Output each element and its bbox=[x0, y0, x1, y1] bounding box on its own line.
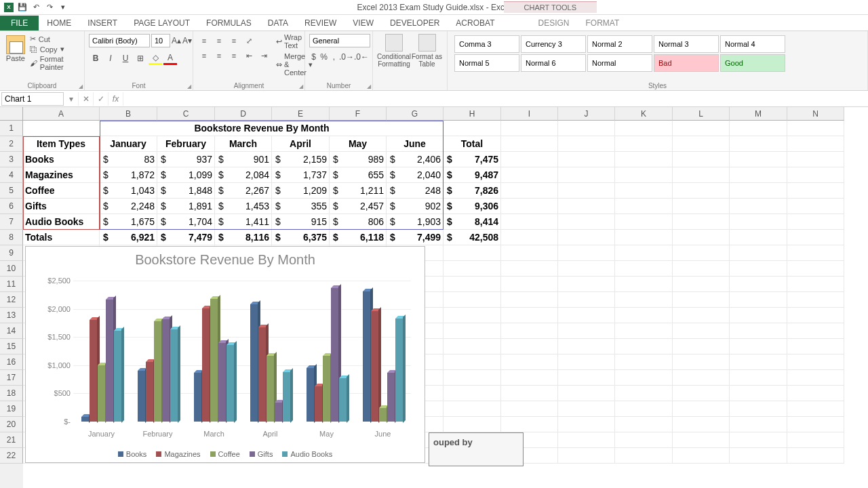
chart-plot-area[interactable] bbox=[73, 281, 411, 422]
cell[interactable]: Bookstore Revenue By Month bbox=[23, 121, 501, 136]
cell[interactable] bbox=[443, 308, 501, 323]
cell[interactable] bbox=[730, 183, 787, 199]
cell[interactable] bbox=[443, 417, 501, 432]
legend-item[interactable]: Magazines bbox=[156, 450, 200, 458]
cell[interactable] bbox=[558, 183, 615, 199]
bar[interactable] bbox=[323, 356, 330, 422]
cell[interactable] bbox=[787, 261, 844, 277]
bar[interactable] bbox=[98, 365, 105, 422]
cell[interactable]: $1,043 bbox=[100, 183, 157, 199]
bar[interactable] bbox=[218, 343, 226, 422]
bar[interactable] bbox=[275, 403, 282, 422]
cell[interactable]: $1,411 bbox=[215, 214, 272, 230]
cell[interactable] bbox=[443, 401, 501, 417]
cell[interactable] bbox=[673, 121, 730, 136]
cell[interactable] bbox=[730, 121, 787, 136]
legend-item[interactable]: Coffee bbox=[210, 450, 240, 458]
cell-style-normal-2[interactable]: Normal 2 bbox=[587, 35, 652, 53]
cell[interactable] bbox=[615, 354, 673, 370]
row-header[interactable]: 7 bbox=[0, 214, 23, 230]
cell[interactable] bbox=[673, 417, 730, 432]
row-header[interactable]: 3 bbox=[0, 152, 23, 167]
redo-icon[interactable]: ↷ bbox=[43, 1, 56, 14]
align-center-icon[interactable]: ≡ bbox=[212, 49, 226, 62]
tab-review[interactable]: REVIEW bbox=[296, 16, 344, 30]
bar[interactable] bbox=[202, 308, 210, 422]
cell[interactable] bbox=[730, 245, 787, 261]
cell[interactable]: $806 bbox=[330, 214, 387, 230]
cell-style-normal[interactable]: Normal bbox=[587, 54, 652, 72]
dialog-launcher-icon[interactable]: ◢ bbox=[79, 83, 83, 89]
cell[interactable] bbox=[501, 152, 558, 167]
cell[interactable] bbox=[443, 261, 501, 277]
bar[interactable] bbox=[81, 417, 89, 422]
cell[interactable] bbox=[501, 121, 558, 136]
cell[interactable]: $6,118 bbox=[330, 230, 387, 245]
cell[interactable]: $1,211 bbox=[330, 183, 387, 199]
cell[interactable] bbox=[501, 245, 558, 261]
cell[interactable] bbox=[443, 386, 501, 401]
cell[interactable] bbox=[787, 277, 844, 292]
cell[interactable] bbox=[730, 152, 787, 167]
cell[interactable]: Gifts bbox=[23, 199, 100, 214]
cell[interactable]: $7,826 bbox=[443, 183, 501, 199]
bar[interactable] bbox=[387, 373, 395, 422]
row-header[interactable]: 5 bbox=[0, 183, 23, 199]
row-header[interactable]: 8 bbox=[0, 230, 23, 245]
cell[interactable]: $7,499 bbox=[387, 230, 443, 245]
cell[interactable] bbox=[443, 370, 501, 386]
cell[interactable] bbox=[730, 230, 787, 245]
bar[interactable] bbox=[114, 331, 121, 422]
cell[interactable] bbox=[615, 386, 673, 401]
cell[interactable] bbox=[787, 167, 844, 183]
cell[interactable] bbox=[787, 448, 844, 464]
cell[interactable] bbox=[673, 261, 730, 277]
cell[interactable]: $248 bbox=[387, 183, 443, 199]
bar[interactable] bbox=[138, 371, 145, 422]
cell[interactable] bbox=[615, 339, 673, 354]
align-left-icon[interactable]: ≡ bbox=[197, 49, 211, 62]
legend-item[interactable]: Gifts bbox=[250, 450, 273, 458]
cell[interactable] bbox=[787, 152, 844, 167]
bar[interactable] bbox=[339, 378, 347, 422]
tab-acrobat[interactable]: ACROBAT bbox=[448, 16, 502, 30]
column-header[interactable]: C bbox=[157, 107, 215, 121]
row-header[interactable]: 10 bbox=[0, 261, 23, 277]
cell[interactable]: $2,406 bbox=[387, 152, 443, 167]
cell[interactable] bbox=[615, 214, 673, 230]
cell[interactable] bbox=[673, 386, 730, 401]
row-header[interactable]: 11 bbox=[0, 277, 23, 292]
embedded-chart[interactable]: Bookstore Revenue By Month$-$500$1,000$1… bbox=[25, 246, 425, 463]
tab-design[interactable]: DESIGN bbox=[530, 16, 577, 30]
column-header[interactable]: N bbox=[787, 107, 844, 121]
cell[interactable] bbox=[558, 199, 615, 214]
cell[interactable]: $655 bbox=[330, 167, 387, 183]
cell[interactable] bbox=[673, 152, 730, 167]
cell[interactable] bbox=[615, 183, 673, 199]
cell[interactable] bbox=[558, 214, 615, 230]
bar-group[interactable] bbox=[298, 281, 355, 422]
cell[interactable]: Item Types bbox=[23, 136, 100, 152]
cell[interactable] bbox=[501, 386, 558, 401]
cell[interactable] bbox=[501, 214, 558, 230]
cell[interactable]: $901 bbox=[215, 152, 272, 167]
number-format-combo[interactable] bbox=[309, 34, 370, 47]
cell[interactable] bbox=[501, 261, 558, 277]
bar[interactable] bbox=[90, 320, 97, 422]
font-size-combo[interactable] bbox=[151, 34, 170, 47]
cell[interactable] bbox=[787, 199, 844, 214]
cell[interactable] bbox=[730, 417, 787, 432]
cell[interactable] bbox=[673, 370, 730, 386]
cell[interactable] bbox=[615, 417, 673, 432]
cancel-formula-icon[interactable]: ✕ bbox=[79, 92, 94, 106]
cell[interactable]: $2,040 bbox=[387, 167, 443, 183]
cell[interactable] bbox=[673, 199, 730, 214]
column-header[interactable]: H bbox=[443, 107, 501, 121]
bar[interactable] bbox=[267, 356, 274, 422]
cell[interactable] bbox=[501, 323, 558, 339]
cell[interactable]: $7,479 bbox=[157, 230, 215, 245]
row-header[interactable]: 17 bbox=[0, 370, 23, 386]
cell[interactable] bbox=[501, 292, 558, 308]
increase-decimal-icon[interactable]: .0→ bbox=[340, 50, 353, 64]
cell-style-normal-6[interactable]: Normal 6 bbox=[521, 54, 586, 72]
